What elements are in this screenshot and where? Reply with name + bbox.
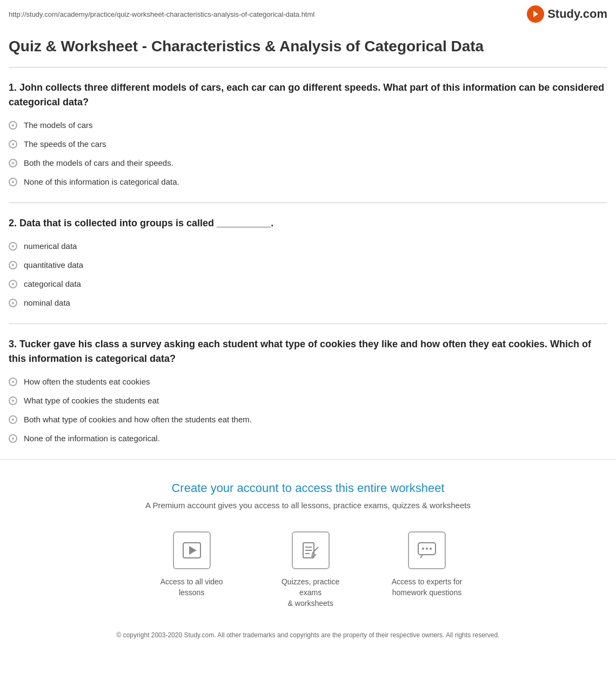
- question-block-2: 2. Data that is collected into groups is…: [9, 216, 607, 307]
- list-item[interactable]: None of the information is categorical.: [9, 434, 607, 443]
- top-bar: http://study.com/academy/practice/quiz-w…: [0, 0, 616, 26]
- page-title: Quiz & Worksheet - Characteristics & Ana…: [9, 37, 607, 56]
- option-label: categorical data: [24, 279, 81, 288]
- features-row: Access to all video lessons Quizzes, pra…: [9, 531, 607, 609]
- radio-button[interactable]: [9, 261, 17, 269]
- svg-marker-0: [533, 11, 538, 17]
- radio-button[interactable]: [9, 396, 17, 405]
- question-3-options: How often the students eat cookies What …: [9, 377, 607, 443]
- radio-button[interactable]: [9, 178, 17, 186]
- option-label: quantitative data: [24, 260, 83, 269]
- list-item[interactable]: Both what type of cookies and how often …: [9, 415, 607, 424]
- feature-quizzes-label: Quizzes, practice exams& worksheets: [273, 577, 349, 609]
- option-label: The models of cars: [24, 120, 93, 130]
- option-label: What type of cookies the students eat: [24, 396, 159, 405]
- radio-button[interactable]: [9, 415, 17, 424]
- list-item[interactable]: nominal data: [9, 298, 607, 307]
- option-label: numerical data: [24, 241, 77, 251]
- radio-button[interactable]: [9, 299, 17, 307]
- question-block-3: 3. Tucker gave his class a survey asking…: [9, 337, 607, 443]
- option-label: Both the models of cars and their speeds…: [24, 158, 173, 167]
- radio-button[interactable]: [9, 378, 17, 386]
- logo: Study.com: [527, 5, 607, 23]
- radio-button[interactable]: [9, 140, 17, 149]
- chat-expert-icon: [417, 541, 437, 560]
- section-divider-1: [9, 203, 607, 203]
- question-1-text: 1. John collects three different models …: [9, 80, 607, 110]
- radio-button[interactable]: [9, 280, 17, 288]
- section-divider-2: [9, 323, 607, 324]
- main-content: Quiz & Worksheet - Characteristics & Ana…: [0, 26, 616, 443]
- video-play-icon: [182, 541, 202, 560]
- list-item[interactable]: The models of cars: [9, 120, 607, 130]
- radio-button[interactable]: [9, 121, 17, 130]
- title-divider: [9, 67, 607, 68]
- svg-point-13: [430, 548, 432, 550]
- feature-video-label: Access to all video lessons: [154, 577, 230, 598]
- question-1-options: The models of cars The speeds of the car…: [9, 120, 607, 186]
- list-item[interactable]: The speeds of the cars: [9, 139, 607, 149]
- radio-button[interactable]: [9, 434, 17, 443]
- logo-label: Study.com: [547, 7, 607, 21]
- quiz-icon-wrap: [292, 531, 330, 569]
- option-label: nominal data: [24, 298, 70, 307]
- option-label: How often the students eat cookies: [24, 377, 150, 386]
- list-item[interactable]: quantitative data: [9, 260, 607, 269]
- chat-expert-icon-wrap: [408, 531, 446, 569]
- feature-quizzes: Quizzes, practice exams& worksheets: [273, 531, 349, 609]
- cta-section: Create your account to access this entir…: [0, 459, 616, 657]
- list-item[interactable]: categorical data: [9, 279, 607, 288]
- list-item[interactable]: How often the students eat cookies: [9, 377, 607, 386]
- radio-button[interactable]: [9, 159, 17, 167]
- quiz-icon: [301, 541, 320, 560]
- url-text: http://study.com/academy/practice/quiz-w…: [9, 10, 314, 18]
- radio-button[interactable]: [9, 242, 17, 251]
- list-item[interactable]: Both the models of cars and their speeds…: [9, 158, 607, 167]
- option-label: Both what type of cookies and how often …: [24, 415, 252, 424]
- list-item[interactable]: numerical data: [9, 241, 607, 251]
- feature-experts: Access to experts forhomework questions: [392, 531, 463, 609]
- question-3-text: 3. Tucker gave his class a survey asking…: [9, 337, 607, 366]
- option-label: The speeds of the cars: [24, 139, 106, 149]
- svg-point-12: [426, 548, 428, 550]
- list-item[interactable]: What type of cookies the students eat: [9, 396, 607, 405]
- list-item[interactable]: None of this information is categorical …: [9, 177, 607, 186]
- feature-experts-label: Access to experts forhomework questions: [392, 577, 463, 598]
- svg-marker-2: [189, 546, 197, 555]
- svg-point-11: [422, 548, 424, 550]
- video-icon-wrap: [173, 531, 211, 569]
- question-block-1: 1. John collects three different models …: [9, 80, 607, 186]
- question-2-options: numerical data quantitative data categor…: [9, 241, 607, 307]
- logo-icon: [527, 5, 544, 23]
- option-label: None of the information is categorical.: [24, 434, 160, 443]
- option-label: None of this information is categorical …: [24, 177, 179, 186]
- cta-subtitle: A Premium account gives you access to al…: [9, 501, 607, 510]
- question-2-text: 2. Data that is collected into groups is…: [9, 216, 607, 231]
- copyright-text: © copyright 2003-2020 Study.com. All oth…: [9, 630, 607, 641]
- cta-title: Create your account to access this entir…: [9, 481, 607, 495]
- feature-video: Access to all video lessons: [154, 531, 230, 609]
